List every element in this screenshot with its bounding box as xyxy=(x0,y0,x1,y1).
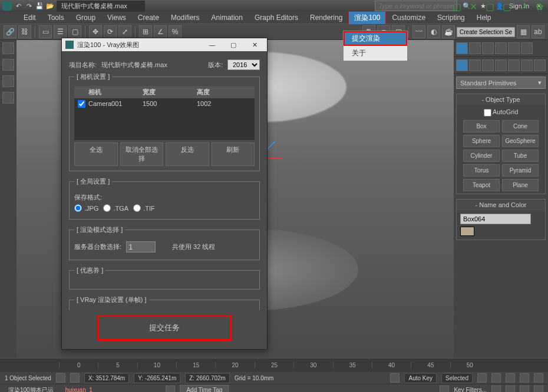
btn-deselect-all[interactable]: 取消全部选择 xyxy=(120,142,164,166)
play-next-icon[interactable] xyxy=(506,373,515,383)
tab-motion-icon[interactable] xyxy=(495,42,507,54)
object-name-input[interactable] xyxy=(460,214,531,224)
menu-render100[interactable]: 渲染100 xyxy=(348,11,386,25)
menu-create[interactable]: Create xyxy=(132,12,165,24)
dialog-maximize-icon[interactable]: ▢ xyxy=(225,41,242,49)
tag-icon[interactable] xyxy=(166,386,175,393)
tool-scale-icon[interactable]: ⤢ xyxy=(118,25,131,38)
undo-icon[interactable]: ↶ xyxy=(14,2,22,10)
tool-byname-icon[interactable]: ☰ xyxy=(54,25,67,38)
save-icon[interactable]: 💾 xyxy=(35,2,44,10)
redo-icon[interactable]: ↷ xyxy=(25,2,33,10)
cat-geometry-icon[interactable] xyxy=(456,59,468,71)
nav-pan-icon[interactable] xyxy=(491,386,501,393)
viewport-label[interactable]: [+] [ Camera00 xyxy=(20,42,59,49)
camera-table-row[interactable]: Camera001 1500 1002 xyxy=(74,98,255,111)
menu-group[interactable]: Group xyxy=(70,12,101,24)
ext-icon-1[interactable]: ▢ xyxy=(453,1,461,12)
tab-display-icon[interactable] xyxy=(508,42,520,54)
nav-icon-1[interactable] xyxy=(520,373,529,383)
lock2-icon[interactable] xyxy=(70,373,80,383)
ext-icon-5[interactable]: ↗ xyxy=(520,1,527,12)
left-tool-3[interactable] xyxy=(2,75,14,87)
key-icon[interactable] xyxy=(390,373,400,383)
prim-tube[interactable]: Tube xyxy=(502,150,539,162)
object-type-header[interactable]: - Object Type xyxy=(457,94,545,105)
fmt-jpg-radio[interactable]: .JPG xyxy=(74,204,98,212)
coord-z[interactable]: Z: 2660.702m xyxy=(185,373,230,383)
menu-grapheditors[interactable]: Graph Editors xyxy=(249,12,304,24)
prim-sphere[interactable]: Sphere xyxy=(463,135,500,147)
coord-y[interactable]: Y: -2665.241m xyxy=(134,373,180,383)
menu-customize[interactable]: Customize xyxy=(386,12,431,24)
help-search-input[interactable] xyxy=(375,1,457,11)
ext-icon-6[interactable]: ✿ xyxy=(536,1,543,12)
submit-task-button[interactable]: 提交任务 xyxy=(97,315,232,341)
add-time-tag-button[interactable]: Add Time Tag xyxy=(180,385,229,392)
name-color-header[interactable]: - Name and Color xyxy=(457,200,545,210)
prim-cone[interactable]: Cone xyxy=(502,120,539,132)
cat-spacewarps-icon[interactable] xyxy=(521,59,533,71)
nav-zoom-icon[interactable] xyxy=(506,386,515,393)
tool-schematic-icon[interactable]: ▦ xyxy=(517,25,530,38)
selection-set-dropdown[interactable]: Create Selection Se xyxy=(457,27,515,37)
cat-cameras-icon[interactable] xyxy=(495,59,507,71)
prim-pyramid[interactable]: Pyramid xyxy=(502,164,539,177)
cat-systems-icon[interactable] xyxy=(534,59,546,71)
menu-tools[interactable]: Tools xyxy=(42,12,70,24)
tab-utilities-icon[interactable] xyxy=(521,42,533,54)
nav-orbit-icon[interactable] xyxy=(520,386,529,393)
primitive-set-dropdown[interactable]: Standard Primitives ▾ xyxy=(456,77,546,89)
btn-select-all[interactable]: 全选 xyxy=(74,142,118,166)
version-select[interactable]: 2016 xyxy=(227,59,260,70)
autokey-button[interactable]: Auto Key xyxy=(404,373,437,383)
btn-refresh[interactable]: 刷新 xyxy=(212,142,255,166)
left-tool-4[interactable] xyxy=(2,92,14,104)
tool-percent-icon[interactable]: % xyxy=(169,25,181,38)
tool-unlink-icon[interactable]: ⛓ xyxy=(18,25,31,38)
fmt-tga-radio[interactable]: .TGA xyxy=(103,204,128,212)
menu-help[interactable]: Help xyxy=(471,12,497,24)
menu-views[interactable]: Views xyxy=(101,12,132,24)
object-color-swatch[interactable] xyxy=(460,227,474,236)
tool-select-icon[interactable]: ▭ xyxy=(39,25,52,38)
left-tool-1[interactable] xyxy=(2,42,14,54)
selected-filter[interactable]: Selected xyxy=(441,373,473,383)
cat-lights-icon[interactable] xyxy=(482,59,494,71)
ext-icon-2[interactable]: ✕ xyxy=(470,1,477,12)
coord-x[interactable]: X: 3512.784m xyxy=(84,373,129,383)
tool-render-icon[interactable]: ☕ xyxy=(442,25,455,38)
nav-max-icon[interactable] xyxy=(534,386,543,393)
cat-shapes-icon[interactable] xyxy=(469,59,481,71)
menu-edit[interactable]: Edit xyxy=(18,12,42,24)
play-icon[interactable] xyxy=(491,373,501,383)
prim-teapot[interactable]: Teapot xyxy=(463,179,500,191)
lock-icon[interactable] xyxy=(56,373,65,383)
tool-rotate-icon[interactable]: ⟳ xyxy=(104,25,117,38)
tool-ab-icon[interactable]: ab xyxy=(532,25,544,38)
time-ruler[interactable]: 0 5 10 15 20 25 30 35 40 45 50 xyxy=(0,358,548,372)
servers-input[interactable] xyxy=(126,241,156,253)
dropdown-submit-render[interactable]: 提交渲染 xyxy=(344,31,407,46)
tool-snap-icon[interactable]: ⊞ xyxy=(139,25,152,38)
left-tool-2[interactable] xyxy=(2,59,14,71)
tool-angle-icon[interactable]: ∠ xyxy=(154,25,167,38)
tab-create-icon[interactable] xyxy=(456,42,468,54)
prim-plane[interactable]: Plane xyxy=(502,179,539,191)
tab-modify-icon[interactable] xyxy=(469,42,481,54)
tool-rect-icon[interactable]: ▢ xyxy=(68,25,81,38)
play-prev-icon[interactable] xyxy=(477,373,487,383)
autogrid-checkbox[interactable]: AutoGrid xyxy=(459,107,543,118)
ext-icon-3[interactable]: ▢ xyxy=(486,1,494,12)
tool-link-icon[interactable]: 🔗 xyxy=(4,25,16,38)
nav-icon-2[interactable] xyxy=(534,373,543,383)
tool-move-icon[interactable]: ✥ xyxy=(89,25,102,38)
prim-torus[interactable]: Torus xyxy=(463,164,500,177)
prim-cylinder[interactable]: Cylinder xyxy=(463,150,500,162)
dialog-close-icon[interactable]: ✕ xyxy=(246,41,263,49)
open-icon[interactable]: 📂 xyxy=(46,2,54,10)
menu-modifiers[interactable]: Modifiers xyxy=(165,12,206,24)
dialog-titlebar[interactable]: 渲染100 - Vray效果图 — ▢ ✕ xyxy=(62,38,267,51)
ext-icon-4[interactable]: ▢ xyxy=(503,1,511,12)
dropdown-about[interactable]: 关于 xyxy=(344,46,407,61)
